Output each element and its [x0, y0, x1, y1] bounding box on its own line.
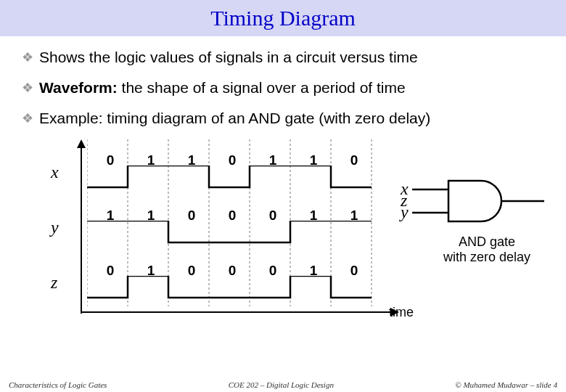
svg-marker-9: [77, 139, 86, 148]
x-axis-arrow-icon: [81, 305, 401, 319]
timing-diagram: x 0 1 1 0 1 1 0 y 1 1 0 0 0 1: [22, 139, 544, 328]
footer-center: COE 202 – Digital Logic Design: [229, 380, 334, 389]
diamond-icon: ❖: [22, 48, 33, 67]
gate-caption-line2: with zero delay: [443, 250, 530, 264]
diamond-icon: ❖: [22, 78, 33, 97]
footer-left: Characteristics of Logic Gates: [9, 380, 107, 389]
footer-right: © Muhamed Mudawar – slide 4: [455, 380, 557, 389]
signal-y-label: y: [51, 218, 59, 237]
slide-body: ❖ Shows the logic values of signals in a…: [0, 36, 566, 328]
gate-caption: AND gate with zero delay: [418, 234, 556, 265]
slide-footer: Characteristics of Logic Gates COE 202 –…: [0, 380, 566, 389]
bullet-2: ❖ Waveform: the shape of a signal over a…: [22, 78, 544, 97]
bullet-3-text: Example: timing diagram of an AND gate (…: [39, 109, 430, 128]
bullet-2-text: Waveform: the shape of a signal over a p…: [39, 78, 406, 97]
bullet-1: ❖ Shows the logic values of signals in a…: [22, 48, 544, 67]
gate-caption-line1: AND gate: [459, 234, 515, 249]
bullet-1-text: Shows the logic values of signals in a c…: [39, 48, 418, 67]
signal-x-label: x: [51, 163, 59, 182]
slide-header: Timing Diagram: [0, 0, 566, 36]
bullet-2-bold: Waveform:: [39, 79, 118, 96]
waveform-x-icon: [87, 166, 377, 195]
slide-title: Timing Diagram: [0, 6, 566, 30]
diamond-icon: ❖: [22, 109, 33, 128]
waveform-y-icon: [87, 221, 377, 250]
time-label: time: [389, 305, 414, 320]
gate-output-z: z: [401, 191, 407, 211]
bullet-2-rest: the shape of a signal over a period of t…: [118, 79, 406, 96]
waveform-z-icon: [87, 276, 377, 305]
signal-z-label: z: [51, 273, 57, 293]
and-gate-icon: [412, 178, 565, 224]
bullet-3: ❖ Example: timing diagram of an AND gate…: [22, 109, 544, 128]
y-axis-arrow-icon: [74, 139, 89, 314]
